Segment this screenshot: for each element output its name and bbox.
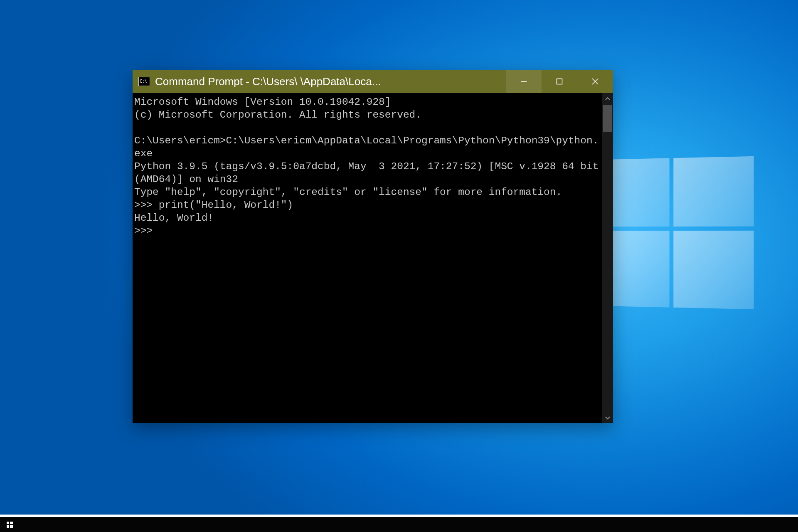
close-icon [591,77,599,86]
cmd-icon: C:\ [138,77,150,86]
window-controls [506,70,613,93]
command-prompt-window: C:\ Command Prompt - C:\Users\ \AppData\… [133,70,613,423]
start-button[interactable] [0,517,19,532]
terminal-area: Microsoft Windows [Version 10.0.19042.92… [133,93,613,423]
title-bar[interactable]: C:\ Command Prompt - C:\Users\ \AppData\… [133,70,613,93]
close-button[interactable] [577,70,613,93]
minimize-button[interactable] [506,70,542,93]
maximize-button[interactable] [542,70,577,93]
scroll-up-button[interactable] [602,93,613,104]
scroll-thumb[interactable] [603,105,612,132]
terminal-output[interactable]: Microsoft Windows [Version 10.0.19042.92… [133,93,602,423]
maximize-icon [556,78,563,85]
windows-start-icon [7,522,13,528]
windows-logo-wallpaper [603,156,756,309]
chevron-up-icon [605,96,611,102]
vertical-scrollbar[interactable] [602,93,613,423]
scroll-down-button[interactable] [602,412,613,423]
window-title: Command Prompt - C:\Users\ \AppData\Loca… [155,75,506,88]
minimize-icon [520,78,527,85]
taskbar[interactable] [0,515,798,532]
chevron-down-icon [605,415,611,421]
cmd-icon-label: C:\ [140,79,147,84]
svg-rect-1 [557,79,562,84]
